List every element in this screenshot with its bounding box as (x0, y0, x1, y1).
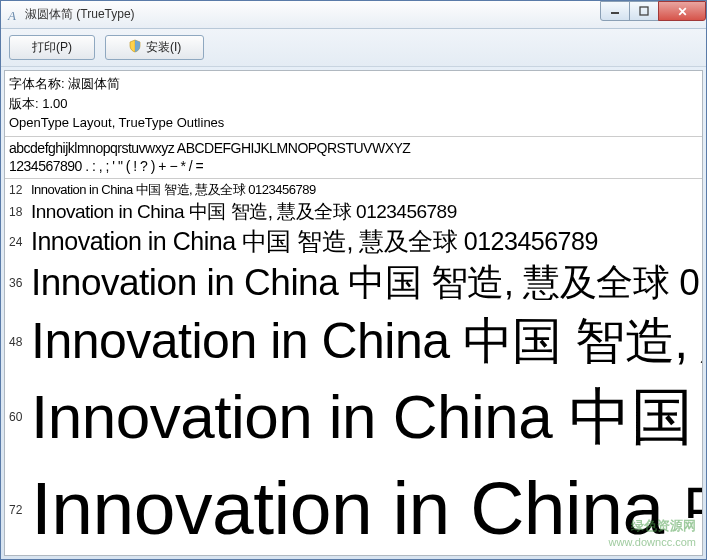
minimize-button[interactable] (600, 1, 630, 21)
sample-row: 36Innovation in China 中国 智造, 慧及全球 012345… (9, 258, 702, 308)
sample-row: 24Innovation in China 中国 智造, 慧及全球 012345… (9, 225, 702, 258)
close-button[interactable] (658, 1, 706, 21)
watermark-text: 绿色资源网 (609, 518, 696, 535)
sample-row: 12Innovation in China 中国 智造, 慧及全球 012345… (9, 181, 702, 199)
glyph-line-2: 1234567890 . : , ; ' " ( ! ? ) + − * / = (9, 157, 698, 176)
install-button[interactable]: 安装(I) (105, 35, 204, 60)
sample-size-label: 60 (9, 410, 31, 424)
font-name-label: 字体名称: (9, 76, 65, 91)
font-version-label: 版本: (9, 96, 39, 111)
app-icon: A (5, 7, 21, 23)
svg-rect-1 (611, 12, 619, 14)
glyph-line-1: abcdefghijklmnopqrstuvwxyz ABCDEFGHIJKLM… (9, 139, 698, 158)
print-button[interactable]: 打印(P) (9, 35, 95, 60)
font-version-value: 1.00 (42, 96, 67, 111)
sample-size-label: 24 (9, 235, 31, 249)
font-outlines: OpenType Layout, TrueType Outlines (9, 113, 698, 133)
sample-size-label: 36 (9, 276, 31, 290)
font-version-row: 版本: 1.00 (9, 94, 698, 114)
content-area: 字体名称: 淑圆体简 版本: 1.00 OpenType Layout, Tru… (4, 70, 703, 556)
sample-row: 18Innovation in China 中国 智造, 慧及全球 012345… (9, 199, 702, 225)
sample-text: Innovation in China 中国 智造, 慧及全球 01234567… (31, 459, 702, 556)
titlebar[interactable]: A 淑圆体简 (TrueType) (1, 1, 706, 29)
sample-size-label: 48 (9, 335, 31, 349)
sample-text: Innovation in China 中国 智造, 慧及全球 01234567… (31, 375, 702, 459)
sample-text: Innovation in China 中国 智造, 慧及全球 01234567… (31, 225, 598, 258)
font-info: 字体名称: 淑圆体简 版本: 1.00 OpenType Layout, Tru… (5, 71, 702, 137)
font-viewer-window: A 淑圆体简 (TrueType) 打印(P) (0, 0, 707, 560)
watermark: 绿色资源网 www.downcc.com (609, 518, 696, 549)
sample-list: 12Innovation in China 中国 智造, 慧及全球 012345… (5, 179, 702, 556)
sample-row: 48Innovation in China 中国 智造, 慧及全球 012345… (9, 308, 702, 375)
sample-text: Innovation in China 中国 智造, 慧及全球 01234567… (31, 181, 316, 199)
sample-text: Innovation in China 中国 智造, 慧及全球 01234567… (31, 308, 702, 375)
svg-text:A: A (7, 8, 16, 22)
glyph-sample: abcdefghijklmnopqrstuvwxyz ABCDEFGHIJKLM… (5, 137, 702, 180)
maximize-button[interactable] (629, 1, 659, 21)
toolbar: 打印(P) 安装(I) (1, 29, 706, 67)
window-controls (601, 1, 706, 21)
font-name-row: 字体名称: 淑圆体简 (9, 74, 698, 94)
sample-size-label: 18 (9, 205, 31, 219)
font-name-value: 淑圆体简 (68, 76, 120, 91)
svg-rect-2 (640, 7, 648, 15)
shield-icon (128, 39, 142, 56)
sample-text: Innovation in China 中国 智造, 慧及全球 01234567… (31, 199, 457, 225)
sample-size-label: 72 (9, 503, 31, 517)
watermark-url: www.downcc.com (609, 535, 696, 549)
sample-row: 72Innovation in China 中国 智造, 慧及全球 012345… (9, 459, 702, 556)
sample-text: Innovation in China 中国 智造, 慧及全球 01234567… (31, 258, 702, 308)
install-label: 安装(I) (146, 39, 181, 56)
sample-row: 60Innovation in China 中国 智造, 慧及全球 012345… (9, 375, 702, 459)
window-title: 淑圆体简 (TrueType) (25, 6, 135, 23)
print-label: 打印(P) (32, 39, 72, 56)
sample-size-label: 12 (9, 183, 31, 197)
